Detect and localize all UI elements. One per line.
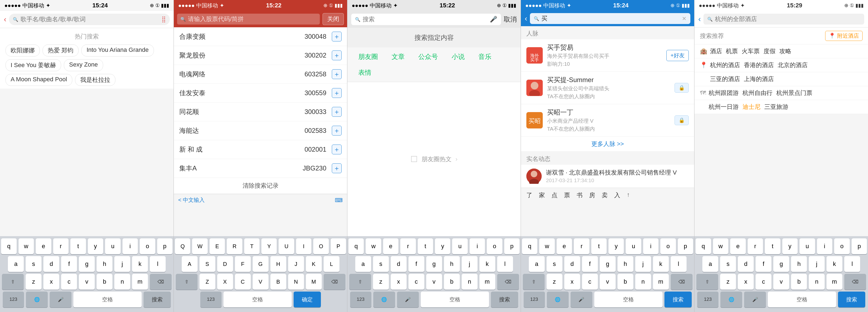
hotel-tag-1-0[interactable]: 杭州的酒店 — [710, 61, 740, 69]
key-g-p3[interactable]: g — [426, 256, 442, 272]
key-W[interactable]: W — [192, 238, 207, 254]
key-globe-p4[interactable]: 🌐 — [547, 291, 569, 307]
key-o-p5[interactable]: o — [834, 238, 850, 254]
nearby-hotels-button[interactable]: 📍 附近酒店 — [825, 31, 863, 41]
key-mic[interactable]: 🎤 — [50, 291, 71, 307]
key-l[interactable]: l — [150, 256, 166, 272]
key-m-p3[interactable]: m — [479, 274, 495, 290]
key-a-p3[interactable]: a — [355, 256, 371, 272]
key-l-p4[interactable]: l — [671, 256, 686, 272]
key-b-p5[interactable]: b — [791, 274, 807, 290]
key-d-p5[interactable]: d — [738, 256, 754, 272]
key-V[interactable]: V — [253, 274, 269, 290]
key-q[interactable]: q — [1, 238, 17, 254]
key-h-p3[interactable]: h — [444, 256, 460, 272]
key-z-p3[interactable]: z — [373, 274, 389, 290]
key-a[interactable]: a — [8, 256, 24, 272]
wechat-search-input-wrap[interactable]: 🔍 🎤 — [351, 13, 501, 25]
key-123-p4[interactable]: 123 — [524, 291, 545, 307]
key-t[interactable]: t — [70, 238, 86, 254]
search-input[interactable] — [21, 16, 159, 23]
hotel-tag-1-1[interactable]: 香港的酒店 — [744, 61, 774, 69]
key-l-p5[interactable]: l — [844, 256, 860, 272]
key-search-action[interactable]: 搜索 — [144, 291, 171, 307]
key-123[interactable]: 123 — [3, 291, 24, 307]
key-delete-p2[interactable]: ⌫ — [323, 274, 345, 290]
key-w-p4[interactable]: w — [539, 238, 555, 254]
key-m[interactable]: m — [132, 274, 148, 290]
key-T[interactable]: T — [244, 238, 259, 254]
stock-add-3[interactable]: ＋ — [332, 88, 342, 98]
pinyin-char-1[interactable]: 家 — [536, 190, 548, 200]
key-r-p3[interactable]: r — [400, 238, 415, 254]
hotel-search-input[interactable] — [715, 15, 860, 23]
key-U[interactable]: U — [279, 238, 294, 254]
key-s-p4[interactable]: s — [547, 256, 562, 272]
key-d-p3[interactable]: d — [391, 256, 407, 272]
key-A[interactable]: A — [182, 256, 197, 272]
key-t-p5[interactable]: t — [765, 238, 780, 254]
key-L[interactable]: L — [323, 256, 339, 272]
cancel-button-wechat[interactable]: 取消 — [504, 15, 517, 24]
key-n-p5[interactable]: n — [809, 274, 825, 290]
key-n[interactable]: n — [114, 274, 130, 290]
key-P[interactable]: P — [331, 238, 346, 254]
stock-add-1[interactable]: ＋ — [332, 51, 342, 60]
stock-name-3[interactable]: 佳发安泰 — [179, 89, 305, 97]
key-z-p4[interactable]: z — [547, 274, 562, 290]
key-mic-p5[interactable]: 🎤 — [744, 291, 766, 307]
key-c-p5[interactable]: c — [755, 274, 771, 290]
key-space-p2[interactable]: 空格 — [223, 291, 292, 307]
back-button-hotel[interactable]: ‹ — [698, 15, 701, 24]
hotel-tag-0-2[interactable]: 火车票 — [742, 47, 760, 55]
key-k-p5[interactable]: k — [827, 256, 842, 272]
key-v-p5[interactable]: v — [773, 274, 789, 290]
hot-tag-6[interactable]: 我是杜拉拉 — [75, 74, 116, 86]
hot-tag-2[interactable]: Into You Ariana Grande — [81, 44, 154, 57]
key-123-p3[interactable]: 123 — [350, 291, 371, 307]
hotel-tag-3-2[interactable]: 杭州景点门票 — [776, 89, 812, 97]
key-e[interactable]: e — [36, 238, 51, 254]
hotel-tag-2-1[interactable]: 上海的酒店 — [744, 75, 774, 83]
clear-icon-p4[interactable]: ✕ — [682, 15, 686, 22]
key-F[interactable]: F — [235, 256, 251, 272]
key-Q[interactable]: Q — [175, 238, 190, 254]
key-u-p5[interactable]: u — [800, 238, 815, 254]
category-3[interactable]: 小说 — [446, 50, 470, 63]
pinyin-up-arrow[interactable]: ↑ — [624, 190, 632, 200]
key-space[interactable]: 空格 — [73, 291, 142, 307]
key-space-p4[interactable]: 空格 — [594, 291, 662, 307]
key-a-p5[interactable]: a — [702, 256, 718, 272]
key-f-p4[interactable]: f — [582, 256, 598, 272]
key-r[interactable]: r — [53, 238, 69, 254]
key-c-p3[interactable]: c — [408, 274, 424, 290]
key-s-p3[interactable]: s — [373, 256, 389, 272]
key-q-p3[interactable]: q — [348, 238, 364, 254]
key-m-p5[interactable]: m — [827, 274, 842, 290]
key-X[interactable]: X — [217, 274, 233, 290]
key-x-p4[interactable]: x — [564, 274, 580, 290]
key-j-p4[interactable]: j — [635, 256, 651, 272]
key-Y[interactable]: Y — [261, 238, 277, 254]
key-v-p4[interactable]: v — [600, 274, 616, 290]
key-E[interactable]: E — [210, 238, 225, 254]
key-r-p4[interactable]: r — [574, 238, 589, 254]
stock-add-2[interactable]: ＋ — [332, 69, 342, 79]
key-B[interactable]: B — [271, 274, 286, 290]
key-O[interactable]: O — [313, 238, 329, 254]
hotel-tag-0-1[interactable]: 机票 — [726, 47, 738, 55]
hotel-tag-0-3[interactable]: 度假 — [764, 47, 775, 55]
key-d[interactable]: d — [43, 256, 59, 272]
key-i-p5[interactable]: i — [817, 238, 833, 254]
hotel-tag-1-2[interactable]: 北京的酒店 — [778, 61, 808, 69]
search-input-wrap[interactable]: 🔍 ⣿ — [9, 13, 170, 25]
mic-icon-wechat[interactable]: 🎤 — [490, 16, 497, 23]
key-mic-p3[interactable]: 🎤 — [397, 291, 419, 307]
key-M[interactable]: M — [306, 274, 322, 290]
pinyin-char-4[interactable]: 书 — [574, 190, 585, 200]
stock-add-5[interactable]: ＋ — [332, 126, 342, 135]
category-0[interactable]: 朋友圈 — [353, 50, 383, 63]
key-s[interactable]: s — [26, 256, 41, 272]
category-1[interactable]: 文章 — [386, 50, 410, 63]
back-button[interactable]: ‹ — [4, 15, 6, 24]
